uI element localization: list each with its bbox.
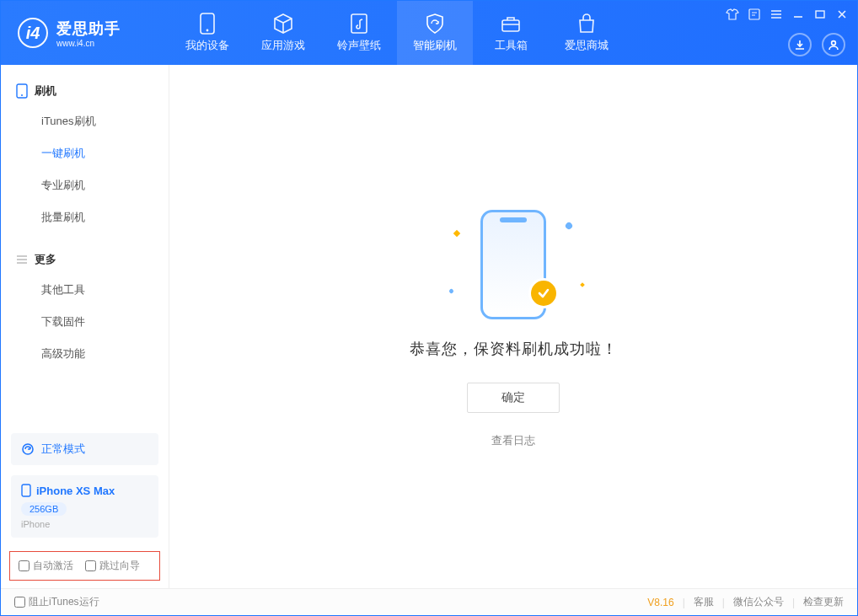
block-itunes-input[interactable] (14, 597, 25, 608)
device-type: iPhone (21, 519, 148, 529)
phone-small-icon (16, 83, 28, 99)
option-row: 自动激活 跳过向导 (9, 551, 160, 581)
group-label: 更多 (35, 252, 56, 267)
feedback-icon[interactable] (746, 6, 763, 23)
group-label: 刷机 (35, 83, 56, 99)
sparkle-icon (453, 230, 460, 237)
device-name: iPhone XS Max (36, 485, 115, 497)
tab-label: 智能刷机 (413, 38, 457, 53)
brand-name: 爱思助手 (56, 19, 121, 39)
tab-my-device[interactable]: 我的设备 (169, 1, 245, 65)
svg-rect-10 (22, 485, 30, 496)
tab-label: 工具箱 (495, 38, 528, 53)
auto-activate-checkbox[interactable]: 自动激活 (19, 559, 73, 573)
menu-icon[interactable] (768, 6, 785, 23)
maximize-icon[interactable] (812, 6, 829, 23)
success-message: 恭喜您，保资料刷机成功啦！ (410, 339, 618, 359)
device-card[interactable]: iPhone XS Max 256GB iPhone (11, 475, 158, 538)
wechat-link[interactable]: 微信公众号 (733, 595, 784, 609)
sidebar-item-pro-flash[interactable]: 专业刷机 (1, 169, 169, 201)
toolbox-icon (500, 13, 522, 35)
footer-right: V8.16 | 客服 | 微信公众号 | 检查更新 (647, 595, 844, 609)
auto-activate-label: 自动激活 (33, 559, 73, 573)
version-label: V8.16 (647, 597, 673, 608)
skip-guide-input[interactable] (85, 560, 96, 571)
header-right (788, 33, 845, 56)
cube-icon (272, 13, 294, 35)
capacity-badge: 256GB (21, 502, 67, 516)
svg-point-6 (832, 41, 836, 46)
sidebar-item-download-firmware[interactable]: 下载固件 (1, 306, 169, 338)
minimize-icon[interactable] (790, 6, 807, 23)
sidebar-group-flash: 刷机 (1, 77, 169, 105)
svg-rect-5 (816, 11, 824, 18)
mode-label: 正常模式 (41, 442, 85, 457)
sparkle-icon (580, 282, 585, 287)
support-link[interactable]: 客服 (694, 595, 714, 609)
footer: 阻止iTunes运行 V8.16 | 客服 | 微信公众号 | 检查更新 (1, 588, 857, 615)
brand-site: www.i4.cn (56, 39, 121, 48)
header: i4 爱思助手 www.i4.cn 我的设备 应用游戏 铃声壁纸 (1, 1, 857, 65)
titlebar-controls (724, 6, 850, 23)
sidebar-item-batch-flash[interactable]: 批量刷机 (1, 201, 169, 233)
tab-label: 我的设备 (185, 38, 229, 53)
success-illustration (429, 206, 598, 324)
music-file-icon (348, 13, 370, 35)
tab-smart-flash[interactable]: 智能刷机 (397, 1, 473, 65)
sidebar: 刷机 iTunes刷机 一键刷机 专业刷机 批量刷机 更多 其他工具 下载固件 … (1, 65, 169, 589)
block-itunes-checkbox[interactable]: 阻止iTunes运行 (14, 595, 99, 609)
bag-icon (576, 13, 598, 35)
menu-small-icon (16, 254, 28, 265)
tab-toolbox[interactable]: 工具箱 (473, 1, 549, 65)
sparkle-icon (564, 221, 573, 230)
logo-text: 爱思助手 www.i4.cn (56, 19, 121, 48)
sidebar-group-more: 更多 (1, 245, 169, 274)
sidebar-item-one-key-flash[interactable]: 一键刷机 (1, 137, 169, 169)
svg-rect-4 (749, 9, 759, 19)
checkmark-badge-icon (528, 278, 559, 308)
tab-label: 爱思商城 (565, 38, 609, 53)
device-name-row: iPhone XS Max (21, 484, 148, 497)
sidebar-item-itunes-flash[interactable]: iTunes刷机 (1, 105, 169, 137)
logo[interactable]: i4 爱思助手 www.i4.cn (1, 18, 169, 48)
svg-rect-3 (502, 20, 519, 31)
sync-icon (21, 442, 35, 456)
logo-icon: i4 (18, 18, 48, 48)
svg-rect-2 (351, 14, 367, 33)
tab-ring-wall[interactable]: 铃声壁纸 (321, 1, 397, 65)
check-update-link[interactable]: 检查更新 (803, 595, 844, 609)
close-icon[interactable] (834, 6, 850, 23)
mode-button[interactable]: 正常模式 (11, 433, 158, 465)
ok-button[interactable]: 确定 (467, 383, 560, 413)
main-panel: 恭喜您，保资料刷机成功啦！ 确定 查看日志 (169, 65, 857, 589)
tab-store[interactable]: 爱思商城 (549, 1, 625, 65)
download-button[interactable] (788, 33, 812, 56)
auto-activate-input[interactable] (19, 560, 29, 571)
tab-label: 应用游戏 (261, 38, 305, 53)
body: 刷机 iTunes刷机 一键刷机 专业刷机 批量刷机 更多 其他工具 下载固件 … (1, 65, 857, 589)
sidebar-item-other-tools[interactable]: 其他工具 (1, 274, 169, 306)
svg-point-8 (21, 94, 23, 96)
tab-label: 铃声壁纸 (337, 38, 381, 53)
block-itunes-label: 阻止iTunes运行 (29, 595, 99, 609)
tab-apps-games[interactable]: 应用游戏 (245, 1, 321, 65)
phone-icon (196, 13, 218, 35)
svg-point-1 (206, 29, 209, 32)
view-log-link[interactable]: 查看日志 (491, 433, 535, 448)
sparkle-icon (448, 288, 454, 294)
skip-guide-label: 跳过向导 (99, 559, 140, 573)
nav-tabs: 我的设备 应用游戏 铃声壁纸 智能刷机 工具箱 (169, 1, 625, 65)
device-icon (21, 484, 31, 497)
shield-sync-icon (424, 13, 446, 35)
sidebar-item-advanced[interactable]: 高级功能 (1, 338, 169, 370)
user-button[interactable] (822, 33, 845, 56)
tshirt-icon[interactable] (724, 6, 741, 23)
skip-guide-checkbox[interactable]: 跳过向导 (85, 559, 140, 573)
